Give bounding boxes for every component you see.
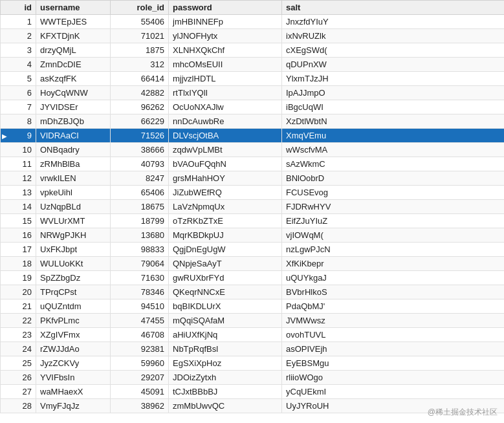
table-row[interactable]: 18WULUoKKt79064QNpjeSaAyTXfKiKbepr <box>1 257 505 271</box>
cell-username: rZWJJdAo <box>36 342 111 356</box>
cell-username: waMHaexX <box>36 385 111 399</box>
row-arrow-icon: ▶ <box>2 132 7 139</box>
cell-id: 6 <box>1 86 36 100</box>
cell-username: VmyFJqJz <box>36 399 111 413</box>
cell-id: 15 <box>1 214 36 228</box>
table-row[interactable]: 15WVLUrXMT18799oTzRKbZTxEEifZJuYIuZ <box>1 214 505 228</box>
cell-id: 12 <box>1 171 36 186</box>
cell-id: 21 <box>1 299 36 314</box>
cell-username: mDhZBJQb <box>36 114 111 129</box>
cell-password: zqdwVpLMBt <box>169 143 282 157</box>
cell-password: OcUoNXAJlw <box>169 100 282 114</box>
cell-id: 4 <box>1 58 36 72</box>
watermark: @稀土掘金技术社区 <box>428 407 498 418</box>
cell-password: XLNHXQkChf <box>169 43 282 58</box>
cell-role-id: 42882 <box>111 86 169 100</box>
table-row[interactable]: 22PKfvPLmc47455mQqiSQAfaMJVMWwsz <box>1 314 505 328</box>
cell-role-id: 312 <box>111 58 169 72</box>
cell-id: 14 <box>1 200 36 214</box>
table-row[interactable]: 11zRMhBlBa40793bVAOuFQqhNsAzWkmC <box>1 157 505 171</box>
cell-role-id: 66414 <box>111 72 169 86</box>
table-row[interactable]: ▶9VIDRAaCI71526DLVscjOtBAXmqVEmu <box>1 129 505 143</box>
table-row[interactable]: 6HoyCqWNW42882rtTlxIYQlIIpAJJmpO <box>1 86 505 100</box>
cell-password: tCJxtBBbBJ <box>169 385 282 399</box>
cell-password: rtTlxIYQlI <box>169 86 282 100</box>
table-row[interactable]: 19SpZZbgDz71630gwRUXbrFYduQUYkgaJ <box>1 271 505 285</box>
cell-role-id: 79064 <box>111 257 169 271</box>
cell-password: QgjDnEgUgW <box>169 243 282 257</box>
cell-password: JiZubWEfRQ <box>169 186 282 200</box>
table-row[interactable]: 21uQUZntdm94510bqBIKDLUrXPdaQbMJ' <box>1 299 505 314</box>
cell-role-id: 71630 <box>111 271 169 285</box>
table-row[interactable]: 27waMHaexX45091tCJxtBBbBJyCqUEkmI <box>1 385 505 399</box>
cell-username: vrwkILEN <box>36 171 111 186</box>
cell-username: zRMhBlBa <box>36 157 111 171</box>
cell-username: ZmnDcDIE <box>36 58 111 72</box>
cell-salt: BVbrHlkoS <box>282 285 505 299</box>
cell-salt: PdaQbMJ' <box>282 299 505 314</box>
cell-password: gwRUXbrFYd <box>169 271 282 285</box>
table-row[interactable]: 7JYVIDSEr96262OcUoNXAJlwiBgcUqWI <box>1 100 505 114</box>
cell-password: nnDcAuwbRe <box>169 114 282 129</box>
table-row[interactable]: 1WWTEpJES55406jmHBINNEFpJnxzfdYIuY <box>1 15 505 29</box>
cell-id: 3 <box>1 43 36 58</box>
table-row[interactable]: 14UzNqpBLd18675LaVzNpmqUxFJDRwHYV <box>1 200 505 214</box>
cell-role-id: 18799 <box>111 214 169 228</box>
cell-username: ONBqadry <box>36 143 111 157</box>
header-role-id[interactable]: role_id <box>111 1 169 15</box>
cell-salt: iBgcUqWI <box>282 100 505 114</box>
cell-password: NbTpRqfBsl <box>169 342 282 356</box>
table-row[interactable]: 13vpkeUihl65406JiZubWEfRQFCUSEvog <box>1 186 505 200</box>
cell-salt: rliioWOgo <box>282 371 505 385</box>
cell-password: oTzRKbZTxE <box>169 214 282 228</box>
cell-role-id: 92381 <box>111 342 169 356</box>
table-row[interactable]: 17UxFKJbpt98833QgjDnEgUgWnzLgwPJcN <box>1 243 505 257</box>
table-row[interactable]: 24rZWJJdAo92381NbTpRqfBslasOPIVEjh <box>1 342 505 356</box>
header-password[interactable]: password <box>169 1 282 15</box>
cell-salt: ixNvRUZlk <box>282 29 505 43</box>
table-row[interactable]: 26YVIFbsIn29207JDOizZytxhrliioWOgo <box>1 371 505 385</box>
cell-salt: EyEBSMgu <box>282 356 505 371</box>
cell-username: HoyCqWNW <box>36 86 111 100</box>
cell-salt: EifZJuYIuZ <box>282 214 505 228</box>
cell-username: vpkeUihl <box>36 186 111 200</box>
cell-password: DLVscjOtBA <box>169 129 282 143</box>
cell-role-id: 29207 <box>111 371 169 385</box>
table-row[interactable]: 10ONBqadry38666zqdwVpLMBtwWscfvMA <box>1 143 505 157</box>
cell-salt: wWscfvMA <box>282 143 505 157</box>
table-row[interactable]: 5asKzqfFK66414mjjvzlHDTLYlxmTJzJH <box>1 72 505 86</box>
cell-username: WULUoKKt <box>36 257 111 271</box>
cell-id: 7 <box>1 100 36 114</box>
table-row[interactable]: 16NRWgPJKH13680MqrKBDkpUJvjIOWqM( <box>1 228 505 243</box>
cell-role-id: 55406 <box>111 15 169 29</box>
cell-username: KFXTDjnK <box>36 29 111 43</box>
table-row[interactable]: 20TPrqCPst78346QKeqrNNCxEBVbrHlkoS <box>1 285 505 299</box>
table-row[interactable]: 4ZmnDcDIE312mhcOMsEUIIqDUPnXW <box>1 58 505 72</box>
cell-salt: sAzWkmC <box>282 157 505 171</box>
cell-salt: ovohTUVL <box>282 328 505 342</box>
cell-role-id: 38666 <box>111 143 169 157</box>
table-row[interactable]: 25JyzZCKVy59960EgSXiXpHozEyEBSMgu <box>1 356 505 371</box>
cell-role-id: 96262 <box>111 100 169 114</box>
cell-role-id: 65406 <box>111 186 169 200</box>
table-row[interactable]: 12vrwkILEN8247grsMHahHOYBNlOobrD <box>1 171 505 186</box>
cell-role-id: 8247 <box>111 171 169 186</box>
cell-id: 22 <box>1 314 36 328</box>
cell-role-id: 98833 <box>111 243 169 257</box>
cell-id: 11 <box>1 157 36 171</box>
header-username[interactable]: username <box>36 1 111 15</box>
cell-id: 19 <box>1 271 36 285</box>
cell-password: grsMHahHOY <box>169 171 282 186</box>
cell-id: 2 <box>1 29 36 43</box>
cell-username: WWTEpJES <box>36 15 111 29</box>
cell-role-id: 13680 <box>111 228 169 243</box>
cell-password: bVAOuFQqhN <box>169 157 282 171</box>
table-row[interactable]: 8mDhZBJQb66229nnDcAuwbReXzDtlWbtN <box>1 114 505 129</box>
header-id[interactable]: id <box>1 1 36 15</box>
table-row[interactable]: 23XZgIVFmx46708aHiUXfKjNqovohTUVL <box>1 328 505 342</box>
table-row[interactable]: 3drzyQMjL1875XLNHXQkChfcXEgSWd( <box>1 43 505 58</box>
cell-salt: XfKiKbepr <box>282 257 505 271</box>
header-salt[interactable]: salt <box>282 1 505 15</box>
cell-password: aHiUXfKjNq <box>169 328 282 342</box>
table-row[interactable]: 2KFXTDjnK71021ylJNOFHytxixNvRUZlk <box>1 29 505 43</box>
